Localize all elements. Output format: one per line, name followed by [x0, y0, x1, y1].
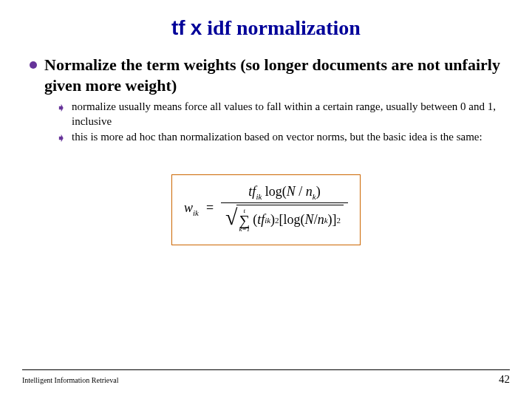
radical-icon: √: [225, 206, 237, 234]
bullet-level2: ➧ normalize usually means force all valu…: [56, 100, 502, 129]
slide-title: tf x idf normalization: [0, 0, 532, 55]
fraction: tfik log(N / nk) √ t ∑ k=1: [221, 183, 348, 234]
bullet-level2: ➧ this is more ad hoc than normalization…: [56, 130, 502, 145]
radicand: t ∑ k=1 (tfik)2[log(N / nk)]2: [236, 205, 344, 233]
footer: Intelligent Information Retrieval 42: [22, 369, 510, 386]
footer-source: Intelligent Information Retrieval: [22, 376, 119, 384]
content-area: Normalize the term weights (so longer do…: [0, 55, 532, 245]
formula-container: wik = tfik log(N / nk) √ t: [30, 174, 502, 245]
sub-bullet-list: ➧ normalize usually means force all valu…: [30, 100, 502, 145]
square-root: √ t ∑ k=1 (tfik)2[log(N / nk)]2: [225, 205, 344, 233]
numerator: tfik log(N / nk): [244, 183, 324, 202]
title-rest: idf normalization: [207, 16, 361, 39]
title-tf: tf: [171, 16, 185, 39]
formula-lhs: wik: [184, 200, 199, 217]
bullet1-text: Normalize the term weights (so longer do…: [44, 55, 502, 95]
formula-box: wik = tfik log(N / nk) √ t: [171, 174, 361, 245]
equals-sign: =: [206, 200, 214, 216]
page-number: 42: [499, 373, 510, 386]
arrow-icon: ➧: [56, 100, 66, 115]
bullet-level1: Normalize the term weights (so longer do…: [30, 55, 502, 95]
summation: t ∑ k=1: [239, 208, 250, 233]
bullet-dot-icon: [30, 61, 37, 69]
sub-bullet-text: this is more ad hoc than normalization b…: [72, 130, 482, 145]
sub-bullet-text: normalize usually means force all values…: [72, 100, 502, 129]
title-x: x: [191, 16, 202, 39]
denominator: √ t ∑ k=1 (tfik)2[log(N / nk)]2: [221, 203, 348, 234]
arrow-icon: ➧: [56, 131, 66, 145]
footer-divider: [22, 369, 510, 370]
formula: wik = tfik log(N / nk) √ t: [184, 183, 348, 234]
